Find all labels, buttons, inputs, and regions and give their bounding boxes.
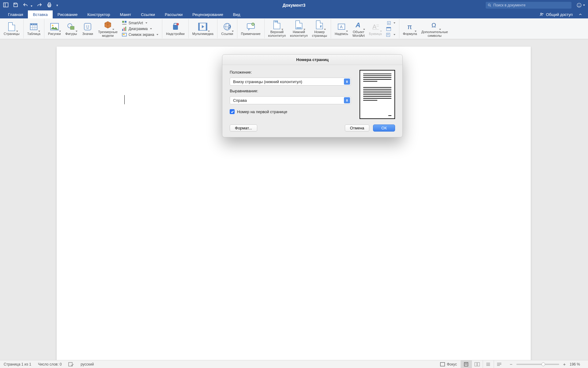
word-count[interactable]: Число слов: 0 — [38, 362, 62, 366]
web-layout-view[interactable] — [472, 360, 483, 368]
svg-rect-60 — [475, 362, 477, 366]
focus-mode-button[interactable]: Фокус — [436, 362, 461, 366]
comment-button[interactable]: Примечание — [240, 21, 262, 36]
textlines-icon: A — [386, 21, 391, 25]
icons-button[interactable]: Значки — [80, 21, 95, 36]
sidebar-toggle-icon[interactable] — [3, 2, 9, 9]
print-layout-view[interactable] — [461, 360, 472, 368]
outline-icon — [486, 362, 491, 366]
footer-icon — [294, 20, 303, 29]
addins-icon — [171, 22, 180, 31]
first-page-checkbox[interactable] — [230, 109, 235, 114]
format-button[interactable]: Формат... — [230, 125, 257, 132]
shapes-button[interactable]: Фигуры — [64, 21, 78, 36]
outline-view[interactable] — [483, 360, 494, 368]
svg-rect-0 — [4, 3, 8, 7]
tab-draw[interactable]: Рисование — [53, 10, 82, 18]
share-button[interactable]: Общий доступ — [536, 10, 576, 18]
ribbon-tabs: Главная Вставка Рисование Конструктор Ма… — [0, 10, 588, 18]
insert-object-button[interactable]: A — [385, 20, 397, 26]
tab-layout[interactable]: Макет — [115, 10, 136, 18]
field-icon — [386, 32, 391, 37]
language-indicator[interactable]: русский — [81, 362, 94, 366]
header-icon — [272, 20, 281, 29]
svg-line-7 — [490, 6, 491, 7]
symbol-button[interactable]: Ω Дополнительные символы — [420, 20, 449, 38]
pagenumber-button[interactable]: # Номер страницы — [311, 20, 328, 38]
footer-button[interactable]: Нижний колонтитул — [289, 20, 309, 38]
cancel-button[interactable]: Отмена — [345, 125, 370, 132]
smartart-button[interactable]: SmartArt — [121, 20, 160, 26]
media-button[interactable]: Мультимедиа — [191, 21, 215, 36]
pictures-button[interactable]: Рисунки — [47, 21, 62, 36]
redo-icon[interactable] — [37, 2, 42, 9]
header-button[interactable]: Верхний колонтитул — [267, 20, 287, 38]
svg-rect-22 — [125, 21, 126, 23]
svg-rect-61 — [477, 362, 480, 366]
addins-button[interactable]: Надстройки — [165, 21, 186, 36]
page[interactable]: Номера страниц Положение: Внизу страницы… — [57, 47, 531, 360]
zoom-in-button[interactable]: + — [562, 362, 567, 367]
stepper-icon — [344, 97, 350, 103]
shapes-icon — [66, 22, 76, 31]
position-select[interactable]: Внизу страницы (нижний колонтитул) — [230, 78, 351, 86]
svg-point-19 — [86, 25, 87, 26]
titlebar: ▾ Документ3 — [0, 0, 588, 10]
3dmodels-button[interactable]: Трехмерные модели — [97, 20, 119, 38]
links-button[interactable]: Ссылки — [220, 21, 235, 36]
textbox-button[interactable]: A Надпись — [334, 21, 349, 36]
undo-caret-icon[interactable] — [30, 3, 32, 8]
svg-text:Ω: Ω — [432, 22, 436, 29]
printlayout-icon — [464, 362, 469, 366]
focus-icon — [440, 362, 445, 366]
screenshot-button[interactable]: Снимок экрана — [121, 32, 160, 37]
weblayout-icon — [474, 362, 480, 366]
print-icon[interactable] — [47, 2, 52, 9]
svg-rect-2 — [14, 3, 16, 4]
zoom-out-button[interactable]: − — [509, 362, 513, 367]
feedback-button[interactable] — [576, 2, 585, 8]
tab-insert[interactable]: Вставка — [28, 10, 52, 18]
pages-button[interactable]: Страницы — [2, 21, 21, 36]
page-indicator[interactable]: Страница 1 из 1 — [4, 362, 31, 366]
tab-mailings[interactable]: Рассылки — [160, 10, 187, 18]
svg-rect-17 — [70, 26, 74, 29]
search-box[interactable] — [486, 2, 571, 9]
document-canvas[interactable]: Номера страниц Положение: Внизу страницы… — [0, 39, 588, 360]
dropcap-icon: A — [371, 22, 380, 31]
stepper-icon — [344, 79, 350, 85]
comment-icon — [246, 22, 255, 31]
spellcheck-button[interactable] — [68, 362, 74, 367]
undo-icon[interactable] — [23, 2, 28, 9]
chart-button[interactable]: Диаграмма — [121, 26, 160, 32]
zoom-level[interactable]: 196 % — [570, 362, 580, 366]
ok-button[interactable]: ОК — [373, 125, 395, 132]
draft-view[interactable] — [494, 360, 505, 368]
save-icon[interactable] — [13, 2, 18, 9]
textbox-icon: A — [337, 22, 346, 31]
tab-home[interactable]: Главная — [3, 10, 28, 18]
smartart-icon — [122, 21, 127, 25]
search-input[interactable] — [493, 3, 570, 7]
tab-view[interactable]: Вид — [228, 10, 245, 18]
qat-customize-icon[interactable]: ▾ — [56, 3, 58, 7]
page-preview — [360, 70, 395, 119]
wordart-button[interactable]: A Объект WordArt — [351, 20, 366, 38]
dropcap-button: A Буквица — [368, 21, 383, 36]
equation-button[interactable]: π Формула — [402, 21, 418, 36]
svg-rect-56 — [440, 362, 445, 366]
insert-field-button[interactable] — [385, 32, 397, 37]
tab-references[interactable]: Ссылки — [136, 10, 160, 18]
svg-text:A: A — [388, 22, 390, 25]
svg-point-9 — [578, 5, 579, 5]
svg-point-10 — [580, 5, 580, 5]
slider-thumb[interactable] — [541, 362, 545, 366]
tab-review[interactable]: Рецензирование — [187, 10, 228, 18]
alignment-select[interactable]: Справа — [230, 96, 351, 104]
insert-date-button[interactable] — [385, 26, 397, 32]
tab-design[interactable]: Конструктор — [82, 10, 115, 18]
check-icon — [231, 110, 234, 113]
collapse-ribbon-button[interactable] — [576, 10, 585, 18]
table-button[interactable]: Таблица — [26, 21, 42, 36]
zoom-slider[interactable] — [516, 364, 559, 365]
